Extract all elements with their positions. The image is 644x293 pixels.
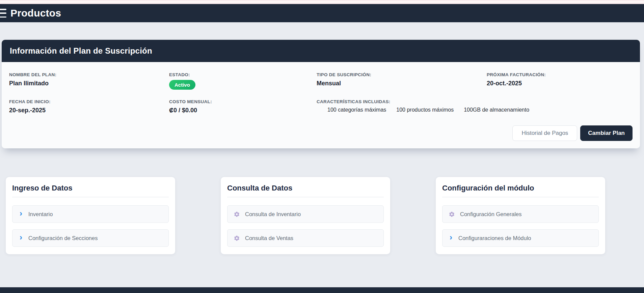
menu-item-label: Consulta de Ventas [245, 235, 293, 241]
field-next-billing: PRÓXIMA FACTURACIÓN: 20-oct.-2025 [487, 72, 633, 90]
feature-item: 100GB de almacenamiento [464, 107, 529, 113]
card-title: Ingreso de Datos [12, 184, 169, 193]
status-badge: Activo [169, 80, 195, 90]
change-plan-button[interactable]: Cambiar Plan [580, 125, 633, 141]
field-subscription-type: TIPO DE SUSCRIPCIÓN: Mensual [317, 72, 487, 90]
features-list: 100 categorías máximas 100 productos máx… [327, 107, 633, 113]
module-cards: Ingreso de Datos › Inventario › Configur… [6, 177, 644, 254]
menu-item-label: Configuraraciones de Módulo [458, 235, 531, 241]
subscription-plan-panel: Información del Plan de Suscripción NOMB… [2, 40, 640, 148]
menu-item-label: Configuración Generales [460, 211, 522, 217]
top-strip [0, 0, 644, 4]
feature-item: 100 categorías máximas [327, 107, 386, 113]
app-header: Productos [0, 4, 644, 22]
card-title: Configuración del módulo [442, 184, 599, 193]
field-monthly-cost: COSTO MENSUAL: ₡0 / $0.00 [169, 99, 317, 114]
divider [442, 197, 599, 197]
field-value: Mensual [317, 80, 487, 87]
field-label: COSTO MENSUAL: [169, 99, 317, 104]
feature-item: 100 productos máximos [396, 107, 454, 113]
menu-item-configuracion-de-secciones[interactable]: › Configuración de Secciones [12, 229, 169, 247]
gear-icon [234, 211, 240, 217]
menu-item-label: Inventario [28, 211, 53, 217]
card-configuracion-del-modulo: Configuración del módulo Configuración G… [436, 177, 605, 254]
field-start-date: FECHA DE INICIO: 20-sep.-2025 [9, 99, 169, 114]
card-consulta-de-datos: Consulta de Datos Consulta de Inventario… [221, 177, 390, 254]
footer-bar [0, 287, 644, 293]
menu-item-consulta-de-ventas[interactable]: Consulta de Ventas [227, 229, 384, 247]
field-value: 20-sep.-2025 [9, 107, 169, 114]
plan-actions: Historial de Pagos Cambiar Plan [9, 125, 633, 141]
field-value: Plan Ilimitado [9, 80, 169, 87]
menu-item-label: Configuración de Secciones [28, 235, 98, 241]
divider [12, 197, 169, 197]
gear-icon [449, 211, 455, 217]
field-plan-name: NOMBRE DEL PLAN: Plan Ilimitado [9, 72, 169, 90]
payment-history-button[interactable]: Historial de Pagos [512, 125, 577, 141]
menu-item-configuracion-generales[interactable]: Configuración Generales [442, 205, 599, 223]
menu-icon[interactable] [0, 9, 6, 18]
menu-item-consulta-de-inventario[interactable]: Consulta de Inventario [227, 205, 384, 223]
menu-item-inventario[interactable]: › Inventario [12, 205, 169, 223]
plan-panel-title: Información del Plan de Suscripción [10, 46, 152, 56]
menu-item-label: Consulta de Inventario [245, 211, 301, 217]
field-included-features: CARACTERÍSTICAS INCLUIDAS: 100 categoría… [317, 99, 633, 114]
menu-item-configuraraciones-de-modulo[interactable]: › Configuraraciones de Módulo [442, 229, 599, 247]
gear-icon [234, 235, 240, 241]
field-value: ₡0 / $0.00 [169, 107, 317, 114]
field-label: ESTADO: [169, 72, 317, 77]
field-label: FECHA DE INICIO: [9, 99, 169, 104]
plan-panel-header: Información del Plan de Suscripción [2, 40, 640, 62]
divider [227, 197, 384, 197]
card-title: Consulta de Datos [227, 184, 384, 193]
field-label: TIPO DE SUSCRIPCIÓN: [317, 72, 487, 77]
plan-panel-body: NOMBRE DEL PLAN: Plan Ilimitado ESTADO: … [2, 62, 640, 148]
field-label: CARACTERÍSTICAS INCLUIDAS: [317, 99, 633, 104]
field-status: ESTADO: Activo [169, 72, 317, 90]
field-value: 20-oct.-2025 [487, 80, 633, 87]
page-title: Productos [10, 7, 61, 19]
card-ingreso-de-datos: Ingreso de Datos › Inventario › Configur… [6, 177, 175, 254]
field-label: PRÓXIMA FACTURACIÓN: [487, 72, 633, 77]
field-label: NOMBRE DEL PLAN: [9, 72, 169, 77]
